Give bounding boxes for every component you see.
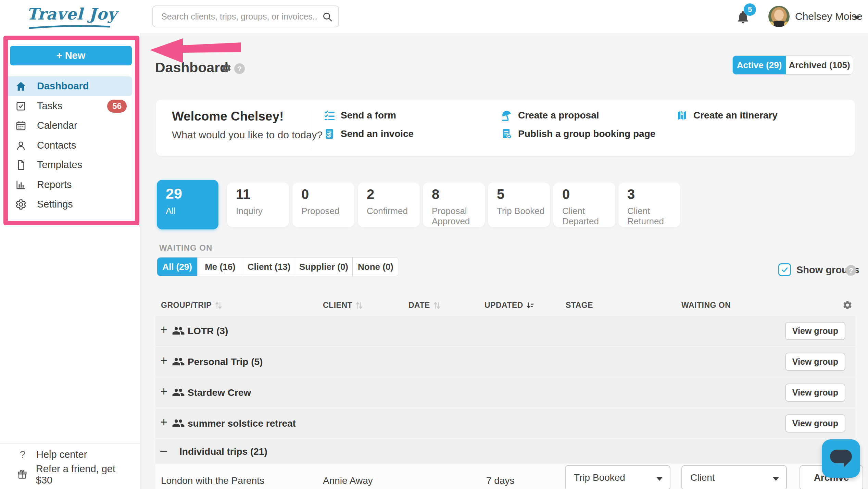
view-group-button[interactable]: View group bbox=[785, 322, 845, 340]
column-header-date[interactable]: DATE bbox=[408, 301, 441, 310]
calendar-icon bbox=[15, 120, 30, 131]
view-group-button[interactable]: View group bbox=[785, 414, 845, 432]
chat-launcher-button[interactable] bbox=[822, 439, 860, 478]
filter-all[interactable]: All (29) bbox=[157, 258, 197, 276]
show-groups-checkbox[interactable] bbox=[778, 263, 791, 276]
view-group-button[interactable]: View group bbox=[785, 353, 845, 371]
new-button[interactable]: + New bbox=[10, 46, 132, 65]
table-row: + Personal Trip (5) View group bbox=[155, 347, 855, 377]
svg-text:$: $ bbox=[328, 133, 330, 138]
collapse-icon[interactable]: – bbox=[160, 444, 167, 456]
expand-icon[interactable]: + bbox=[160, 354, 167, 367]
booking-page-icon bbox=[501, 128, 513, 140]
stat-value: 3 bbox=[627, 187, 635, 202]
user-menu[interactable]: Chelsey Moise bbox=[795, 11, 863, 22]
expand-icon[interactable]: + bbox=[160, 324, 167, 336]
sidebar-item-contacts[interactable]: Contacts bbox=[6, 136, 132, 155]
chat-bubble-icon bbox=[830, 450, 852, 463]
help-center-link[interactable]: ? Help center bbox=[6, 446, 132, 463]
filter-me[interactable]: Me (16) bbox=[197, 258, 243, 276]
sort-icon[interactable] bbox=[433, 301, 441, 310]
group-people-icon bbox=[172, 324, 185, 337]
tasks-count-badge: 56 bbox=[107, 100, 127, 113]
column-label: WAITING ON bbox=[681, 301, 731, 310]
sort-icon[interactable] bbox=[355, 301, 363, 310]
tab-active[interactable]: Active (29) bbox=[733, 56, 786, 74]
column-label: STAGE bbox=[566, 301, 593, 310]
stat-card-inquiry[interactable]: 11 Inquiry bbox=[227, 183, 289, 227]
trip-name[interactable]: London with the Parents bbox=[161, 475, 264, 486]
stat-label: Proposed bbox=[301, 206, 349, 216]
send-form-action[interactable]: Send a form bbox=[323, 109, 396, 122]
column-header-group-trip[interactable]: GROUP/TRIP bbox=[161, 301, 222, 310]
filter-none[interactable]: None (0) bbox=[352, 258, 399, 276]
stat-value: 0 bbox=[301, 187, 309, 202]
logo-underline-swash bbox=[29, 25, 110, 29]
avatar-face bbox=[774, 10, 784, 21]
stat-card-confirmed[interactable]: 2 Confirmed bbox=[358, 183, 420, 227]
user-avatar[interactable] bbox=[768, 6, 790, 27]
table-settings-gear-icon[interactable] bbox=[842, 300, 853, 310]
checkmark-icon bbox=[781, 266, 789, 274]
stat-card-client-returned[interactable]: 3 Client Returned bbox=[618, 183, 680, 227]
group-name[interactable]: summer solstice retreat bbox=[188, 418, 296, 429]
group-name[interactable]: Personal Trip (5) bbox=[188, 356, 263, 367]
stat-value: 8 bbox=[432, 187, 439, 202]
waiting-on-dropdown-value: Client bbox=[690, 472, 715, 483]
column-label: UPDATED bbox=[485, 301, 523, 310]
dashboard-help-icon[interactable]: ? bbox=[234, 63, 245, 74]
stage-dropdown-value: Trip Booked bbox=[574, 472, 625, 483]
create-proposal-action[interactable]: Create a proposal bbox=[501, 109, 599, 122]
create-itinerary-action[interactable]: Create an itinerary bbox=[676, 109, 778, 122]
view-group-button[interactable]: View group bbox=[785, 384, 845, 402]
waiting-on-dropdown[interactable]: Client bbox=[681, 465, 787, 489]
refer-friend-link[interactable]: Refer a friend, get $30 bbox=[6, 466, 132, 484]
stage-dropdown[interactable]: Trip Booked bbox=[565, 465, 670, 489]
search-icon[interactable] bbox=[322, 11, 333, 22]
sidebar-item-tasks[interactable]: Tasks 56 bbox=[6, 96, 132, 116]
sidebar-item-templates[interactable]: Templates bbox=[6, 155, 132, 175]
stat-label: Inquiry bbox=[236, 206, 284, 216]
table-row: + summer solstice retreat View group bbox=[155, 409, 855, 438]
travel-joy-logo[interactable]: Travel Joy bbox=[27, 5, 117, 23]
sidebar-item-dashboard[interactable]: Dashboard bbox=[6, 76, 132, 96]
stat-card-all[interactable]: 29 All bbox=[157, 180, 218, 229]
column-label: DATE bbox=[408, 301, 430, 310]
stat-value: 5 bbox=[497, 187, 504, 202]
filter-client[interactable]: Client (13) bbox=[243, 258, 295, 276]
publish-group-booking-action[interactable]: Publish a group booking page bbox=[501, 128, 655, 140]
show-groups-help-icon[interactable]: ? bbox=[846, 265, 856, 276]
tab-archived[interactable]: Archived (105) bbox=[786, 56, 853, 74]
dashboard-settings-gear-icon[interactable] bbox=[221, 63, 232, 73]
stat-label: Client Departed bbox=[562, 206, 610, 226]
notification-count-badge[interactable]: 5 bbox=[744, 3, 756, 16]
sort-icon[interactable] bbox=[215, 301, 222, 310]
avatar-cardigan-right bbox=[784, 22, 789, 27]
expand-icon[interactable]: + bbox=[160, 416, 167, 428]
group-name[interactable]: Individual trips (21) bbox=[179, 446, 267, 457]
group-name[interactable]: Stardew Crew bbox=[188, 387, 251, 398]
expand-icon[interactable]: + bbox=[160, 385, 167, 398]
sidebar-item-reports[interactable]: Reports bbox=[6, 175, 132, 195]
stat-card-proposed[interactable]: 0 Proposed bbox=[292, 183, 354, 227]
chevron-down-icon[interactable] bbox=[854, 16, 860, 20]
sidebar-item-label: Tasks bbox=[37, 100, 62, 112]
column-header-client[interactable]: CLIENT bbox=[323, 301, 363, 310]
stat-card-client-departed[interactable]: 0 Client Departed bbox=[553, 183, 615, 227]
column-header-stage[interactable]: STAGE bbox=[566, 301, 593, 310]
stat-label: All bbox=[166, 206, 214, 216]
sidebar-item-settings[interactable]: Settings bbox=[6, 195, 132, 214]
search-input[interactable] bbox=[153, 6, 338, 27]
column-header-waiting-on[interactable]: WAITING ON bbox=[681, 301, 731, 310]
filter-supplier[interactable]: Supplier (0) bbox=[295, 258, 352, 276]
column-label: GROUP/TRIP bbox=[161, 301, 212, 310]
group-name[interactable]: LOTR (3) bbox=[188, 326, 228, 337]
sidebar-item-calendar[interactable]: Calendar bbox=[6, 116, 132, 135]
stat-card-proposal-approved[interactable]: 8 Proposal Approved bbox=[423, 183, 485, 227]
column-header-updated[interactable]: UPDATED bbox=[485, 301, 534, 310]
sort-desc-icon[interactable] bbox=[526, 301, 534, 310]
send-invoice-action[interactable]: $ Send an invoice bbox=[323, 128, 414, 140]
stat-value: 2 bbox=[367, 187, 374, 202]
trip-client[interactable]: Annie Away bbox=[323, 475, 373, 486]
stat-card-trip-booked[interactable]: 5 Trip Booked bbox=[488, 183, 550, 227]
